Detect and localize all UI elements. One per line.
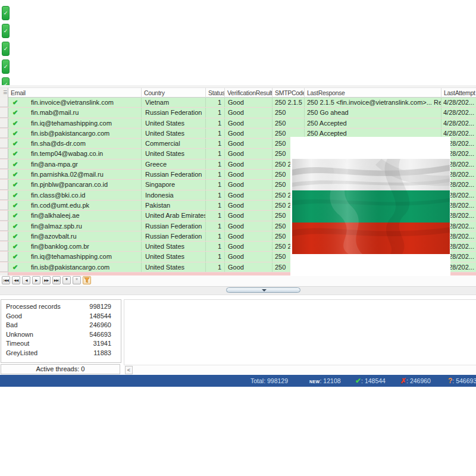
- check-icon: ✔: [355, 377, 361, 385]
- table-row[interactable]: ✔fin.mab@mail.ru Russian Federation 1 Go…: [0, 108, 476, 118]
- row-indicator[interactable]: [0, 139, 8, 148]
- row-indicator[interactable]: [0, 149, 8, 158]
- stat-row: Timeout 31941: [1, 340, 121, 349]
- pager-next-page-button[interactable]: ▶▶: [42, 276, 51, 284]
- last-response-cell: 250 2.1.5 <fin.invoice@vietranslink.com>…: [305, 98, 441, 107]
- row-indicator[interactable]: [0, 221, 8, 231]
- verification-result-cell: Good: [225, 118, 273, 128]
- stat-label: Processed records: [6, 303, 61, 310]
- check-icon: ✔: [12, 201, 18, 210]
- country-cell: Greece: [142, 159, 206, 169]
- last-attempt-cell: 4/28/202...: [441, 118, 476, 128]
- bad-count: ✗: 246960: [400, 375, 431, 387]
- smtp-code-cell: 250: [273, 108, 305, 117]
- table-row[interactable]: ✔fin.iq@tehamashipping.com United States…: [0, 118, 476, 129]
- email-text: fin.isb@pakistancargo.com: [31, 130, 109, 137]
- new-count: NEW: 12108: [309, 375, 341, 388]
- pager-prev-button[interactable]: ◀: [22, 276, 30, 284]
- check-icon: ✔: [12, 190, 18, 200]
- row-indicator[interactable]: [0, 180, 8, 189]
- stat-value: 11883: [93, 349, 111, 356]
- row-indicator[interactable]: [0, 118, 8, 128]
- country-cell: Pakistan: [142, 201, 206, 210]
- email-text: fin@banklog.com.br: [31, 243, 89, 250]
- email-cell: ✔fin@banklog.com.br: [8, 242, 142, 251]
- verification-result-cell: Good: [225, 262, 273, 272]
- row-indicator-header[interactable]: ☰: [0, 88, 8, 98]
- data-navigator: |◀◀ ◀◀ ◀ ▶ ▶▶ ▶▶| * * <: [0, 275, 476, 286]
- column-header-country[interactable]: Country: [142, 88, 206, 98]
- stat-row: Processed records 998129: [1, 303, 121, 312]
- pager-first-button[interactable]: |◀◀: [2, 276, 10, 284]
- good-count: ✔: 148544: [355, 375, 386, 387]
- email-cell: ✔fin@ana-mpa.gr: [8, 159, 142, 169]
- stat-row: GreyListed 11883: [1, 349, 121, 359]
- row-indicator[interactable]: [0, 262, 8, 272]
- column-header-smtpcode[interactable]: SMTPCode: [273, 88, 305, 98]
- good-value: : 148544: [361, 377, 386, 384]
- pager-filter-button[interactable]: [83, 276, 91, 284]
- check-icon: ✔: [12, 159, 18, 169]
- check-icon: ✔: [12, 221, 18, 231]
- row-indicator[interactable]: [0, 201, 8, 210]
- row-indicator[interactable]: [0, 242, 8, 251]
- email-text: fin.iq@tehamashipping.com: [31, 120, 112, 127]
- check-icon: ✔: [12, 180, 18, 189]
- column-header-lastattempt[interactable]: LastAttempt: [441, 88, 476, 98]
- chevron-down-icon: [262, 289, 267, 292]
- status-cell: 1: [206, 118, 225, 128]
- stat-row: Unknown 546693: [1, 331, 121, 340]
- verification-result-cell: Good: [225, 98, 273, 107]
- verification-result-cell: Good: [225, 242, 273, 251]
- column-header-email[interactable]: Email: [8, 88, 142, 98]
- app-window: ✓ ✓ ✓ ✓ ✓ ☰ Email Country Status Verific…: [0, 0, 476, 476]
- scroll-left-arrow[interactable]: <: [125, 366, 133, 374]
- right-panel-scrollbar[interactable]: <: [124, 365, 476, 374]
- verification-result-cell: Good: [225, 231, 273, 241]
- pager-last-button[interactable]: ▶▶|: [52, 276, 61, 284]
- verification-result-cell: Good: [225, 221, 273, 231]
- bad-value: : 246960: [406, 377, 431, 384]
- pager-edit-button[interactable]: *: [73, 276, 81, 284]
- table-row[interactable]: ✔fin.invoice@vietranslink.com Vietnam 1 …: [0, 98, 476, 108]
- row-indicator[interactable]: [0, 108, 8, 117]
- status-cell: 1: [206, 170, 225, 179]
- row-indicator[interactable]: [0, 159, 8, 169]
- email-text: fin.mab@mail.ru: [31, 109, 79, 116]
- last-response-cell: 250 Go ahead: [305, 108, 441, 117]
- status-cell: 1: [206, 252, 225, 261]
- email-cell: ✔fin.sha@ds-dr.com: [8, 139, 142, 148]
- splitter-collapse-handle[interactable]: [226, 287, 300, 293]
- pager-next-button[interactable]: ▶: [32, 276, 40, 284]
- email-cell: ✔fin.mab@mail.ru: [8, 108, 142, 117]
- column-header-status[interactable]: Status: [206, 88, 225, 98]
- row-indicator[interactable]: [0, 211, 8, 220]
- email-cell: ✔fin.iq@tehamashipping.com: [8, 118, 142, 128]
- country-cell: Commercial: [142, 139, 206, 148]
- row-indicator[interactable]: [0, 252, 8, 261]
- row-indicator[interactable]: [0, 190, 8, 200]
- smtp-code-cell: 250: [273, 118, 305, 128]
- row-indicator[interactable]: [0, 231, 8, 241]
- email-cell: ✔fin.iq@tehamashipping.com: [8, 252, 142, 261]
- pager-new-button[interactable]: *: [62, 276, 71, 284]
- row-indicator[interactable]: [0, 98, 8, 107]
- email-text: fin.class@bki.co.id: [31, 192, 85, 199]
- country-cell: United States: [142, 252, 206, 261]
- status-cell: 1: [206, 139, 225, 148]
- column-header-lastresponse[interactable]: LastResponse: [305, 88, 441, 98]
- column-header-verificationresult[interactable]: VerificationResult: [225, 88, 273, 98]
- pager-prev-page-button[interactable]: ◀◀: [12, 276, 20, 284]
- country-cell: United Arab Emirates: [142, 211, 206, 220]
- status-cell: 1: [206, 231, 225, 241]
- last-attempt-cell: 4/28/202...: [441, 108, 476, 117]
- country-cell: Singapore: [142, 180, 206, 189]
- bulgaria-flag: [292, 159, 450, 254]
- email-text: fin@azovbalt.ru: [31, 233, 77, 240]
- country-cell: Russian Federation: [142, 170, 206, 179]
- verification-result-cell: Good: [225, 149, 273, 158]
- check-icon: ✔: [12, 252, 18, 261]
- row-indicator[interactable]: [0, 129, 8, 138]
- green-check-icon: ✓: [2, 24, 10, 38]
- row-indicator[interactable]: [0, 170, 8, 179]
